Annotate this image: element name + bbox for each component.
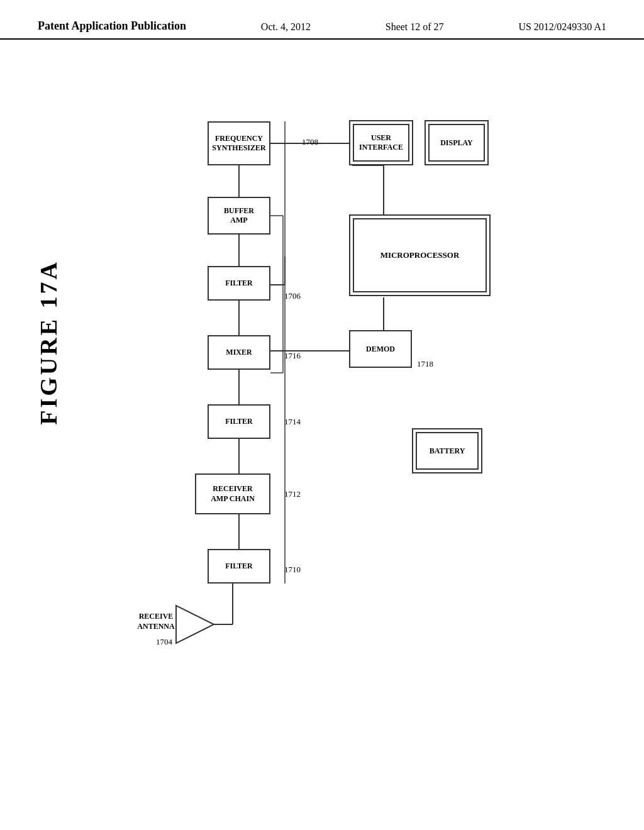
block-demod: DEMOD: [349, 330, 412, 368]
diagram-area: FIGURE 17A: [0, 40, 644, 794]
publication-date: Oct. 4, 2012: [261, 19, 311, 33]
label-1710: 1710: [284, 565, 301, 575]
block-buffer-amp: BUFFER AMP: [208, 197, 270, 235]
publication-title: Patent Application Publication: [38, 19, 186, 33]
label-1716: 1716: [284, 351, 301, 361]
block-filter-bot: FILTER: [208, 549, 270, 584]
label-receive-antenna: RECEIVEANTENNA: [137, 612, 175, 631]
label-1714: 1714: [284, 417, 301, 427]
label-1718: 1718: [417, 359, 433, 369]
block-user-interface: USER INTERFACE: [349, 120, 413, 165]
label-1704: 1704: [156, 637, 172, 647]
block-battery: BATTERY: [412, 428, 482, 473]
page-header: Patent Application Publication Oct. 4, 2…: [0, 0, 644, 40]
block-filter-mid: FILTER: [208, 404, 270, 439]
sheet-number: Sheet 12 of 27: [386, 19, 444, 33]
block-freq-synth: FREQUENCY SYNTHESIZER: [208, 121, 270, 165]
block-display: DISPLAY: [425, 120, 489, 165]
svg-marker-13: [176, 606, 214, 643]
label-1706: 1706: [284, 291, 301, 301]
connectors-svg: [0, 40, 644, 794]
label-1708: 1708: [302, 137, 318, 147]
block-recv-amp: RECEIVER AMP CHAIN: [195, 473, 270, 514]
patent-number: US 2012/0249330 A1: [518, 19, 606, 33]
figure-label: FIGURE 17A: [35, 260, 62, 425]
label-1712: 1712: [284, 489, 301, 499]
block-microprocessor: MICROPROCESSOR: [349, 214, 491, 296]
block-filter-top: FILTER: [208, 266, 270, 301]
block-mixer: MIXER: [208, 335, 270, 370]
